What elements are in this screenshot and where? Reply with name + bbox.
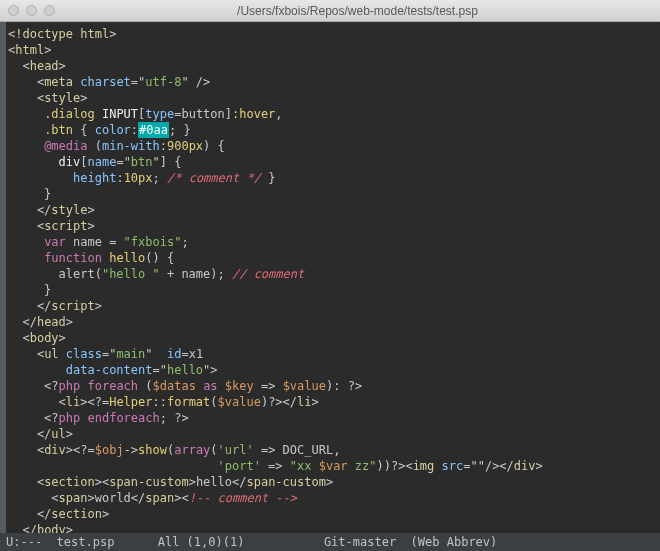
code-text: ; ?> — [160, 411, 189, 425]
code-text: array — [174, 443, 210, 457]
code-text: min-with — [102, 139, 160, 153]
code-text: meta — [44, 75, 73, 89]
code-text: body — [37, 523, 66, 533]
minimize-icon[interactable] — [26, 5, 37, 16]
code-text: ( — [210, 443, 217, 457]
code-text: < — [8, 347, 44, 361]
code-text: > — [109, 27, 116, 41]
code-text: </ — [8, 299, 51, 313]
code-text — [95, 107, 102, 121]
mode-line: U:--- test.psp All (1,0)(1) Git-master (… — [0, 533, 660, 551]
code-text: > — [87, 219, 94, 233]
code-text: li — [297, 395, 311, 409]
code-text: < — [8, 59, 30, 73]
code-text: height — [73, 171, 116, 185]
code-text: } — [8, 283, 51, 297]
code-text — [8, 363, 66, 377]
code-text: "hello " — [102, 267, 160, 281]
code-text: < — [8, 219, 44, 233]
code-text: > — [59, 331, 66, 345]
code-text: div — [59, 155, 81, 169]
code-text: script — [51, 299, 94, 313]
window-title: /Users/fxbois/Repos/web-mode/tests/test.… — [63, 4, 652, 18]
code-text: : — [116, 171, 123, 185]
color-swatch: #0aa — [138, 122, 169, 138]
code-text: 10px — [124, 171, 153, 185]
code-text: img — [413, 459, 435, 473]
code-text: <? — [8, 411, 59, 425]
code-text: ( — [210, 395, 217, 409]
code-text: </ — [8, 427, 51, 441]
code-text: >< — [174, 491, 188, 505]
code-text: =x1 — [181, 347, 203, 361]
code-text — [8, 251, 44, 265]
code-text: 'port' — [218, 459, 261, 473]
code-text: => — [261, 459, 290, 473]
code-text: $value — [283, 379, 326, 393]
code-text: =" — [153, 363, 167, 377]
code-text: div — [44, 443, 66, 457]
code-text: ><?= — [66, 443, 95, 457]
code-text: style — [44, 91, 80, 105]
code-text: src — [442, 459, 464, 473]
code-text: >< — [95, 475, 109, 489]
zoom-icon[interactable] — [44, 5, 55, 16]
code-text: 'url' — [218, 443, 254, 457]
code-editor[interactable]: <!doctype html> <html> <head> <meta char… — [0, 22, 660, 533]
code-text: > — [66, 315, 73, 329]
code-text: $key — [225, 379, 254, 393]
code-text: <? — [8, 379, 59, 393]
code-text: script — [44, 219, 87, 233]
code-text: -> — [124, 443, 138, 457]
code-text: :: — [153, 395, 167, 409]
code-text: li — [66, 395, 80, 409]
code-text: =" — [131, 75, 145, 89]
code-text: < — [8, 331, 30, 345]
code-text: span — [145, 491, 174, 505]
code-text: main — [116, 347, 145, 361]
code-text: } — [8, 187, 51, 201]
code-text: > — [80, 91, 87, 105]
code-text: /* comment */ — [167, 171, 261, 185]
code-text: ; } — [169, 123, 191, 137]
code-text: class — [66, 347, 102, 361]
code-text: $datas — [153, 379, 196, 393]
code-text — [80, 411, 87, 425]
code-text — [8, 139, 44, 153]
code-text: 900px — [167, 139, 203, 153]
code-text: < — [8, 91, 44, 105]
code-text: INPUT — [102, 107, 138, 121]
code-text: ( — [87, 139, 101, 153]
code-text: < — [8, 491, 59, 505]
code-text: section — [51, 507, 102, 521]
code-text: type — [145, 107, 174, 121]
code-text: .dialog — [44, 107, 95, 121]
code-text — [8, 459, 218, 473]
code-text: > — [59, 59, 66, 73]
code-text: > — [66, 523, 73, 533]
code-text: < — [8, 395, 66, 409]
code-text — [434, 459, 441, 473]
code-text: : — [131, 123, 138, 137]
code-text: data-content — [66, 363, 153, 377]
code-text: head — [30, 59, 59, 73]
code-text: </ — [8, 315, 37, 329]
code-text: "> — [203, 363, 217, 377]
code-text: =""/></ — [463, 459, 514, 473]
code-text: } — [261, 171, 275, 185]
code-text: $value — [218, 395, 261, 409]
code-text: ( — [138, 379, 152, 393]
code-text: "fxbois" — [124, 235, 182, 249]
code-text: ul — [51, 427, 65, 441]
code-text: charset — [80, 75, 131, 89]
code-text: // comment — [232, 267, 304, 281]
code-text: , — [275, 107, 282, 121]
code-text: => — [254, 379, 283, 393]
code-text: name = — [66, 235, 124, 249]
code-text: > — [102, 507, 109, 521]
code-text: hello — [167, 363, 203, 377]
code-text: foreach — [88, 379, 139, 393]
close-icon[interactable] — [8, 5, 19, 16]
code-text: alert( — [8, 267, 102, 281]
code-text: " /> — [181, 75, 210, 89]
